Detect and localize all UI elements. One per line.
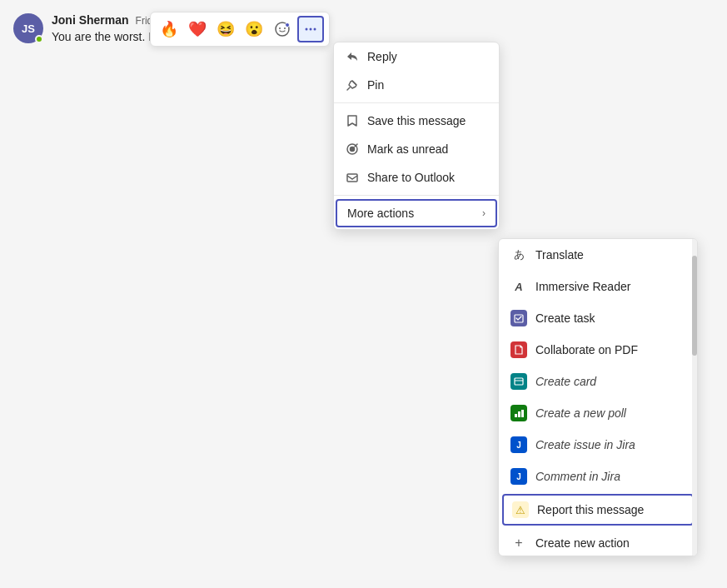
immersive-reader-label: Immersive Reader [535, 280, 630, 293]
collaborate-pdf-icon [510, 341, 527, 358]
create-action-label: Create new action [535, 536, 630, 550]
share-outlook-icon [346, 171, 359, 184]
immersive-reader-icon: A [510, 278, 527, 295]
create-task-label: Create task [535, 311, 595, 325]
pin-label: Pin [367, 78, 384, 92]
reply-label: Reply [367, 50, 397, 63]
menu-divider-2 [334, 195, 499, 196]
svg-point-6 [310, 28, 312, 31]
submenu-item-create-card[interactable]: Create card [499, 366, 697, 397]
emoji-fire-btn[interactable]: 🔥 [156, 16, 182, 42]
mark-unread-label: Mark as unread [367, 142, 448, 156]
sender-name: Joni Sherman [52, 13, 129, 27]
jira-comment-label: Comment in Jira [535, 470, 620, 483]
pin-icon [346, 78, 359, 92]
create-card-label: Create card [535, 375, 596, 388]
emoji-custom-btn[interactable]: + [269, 16, 296, 42]
svg-point-11 [351, 147, 355, 152]
svg-point-2 [284, 27, 286, 29]
menu-divider-1 [334, 102, 499, 103]
submenu-item-comment-jira[interactable]: J Comment in Jira [499, 461, 697, 492]
jira-issue-icon: J [510, 436, 527, 453]
more-reactions-btn[interactable] [297, 16, 324, 42]
svg-rect-17 [515, 414, 517, 417]
scrollbar-thumb[interactable] [692, 256, 697, 356]
create-poll-icon [510, 405, 527, 421]
translate-label: Translate [535, 248, 584, 262]
submenu-item-translate[interactable]: あ Translate [499, 239, 697, 271]
menu-item-pin[interactable]: Pin [334, 71, 499, 99]
submenu-item-create-jira-issue[interactable]: J Create issue in Jira [499, 429, 697, 461]
svg-point-1 [279, 27, 281, 29]
more-actions-label: More actions [347, 207, 414, 220]
menu-item-share-outlook[interactable]: Share to Outlook [334, 163, 499, 192]
mark-unread-icon [346, 142, 359, 156]
submenu: あ Translate A Immersive Reader Create ta… [498, 238, 698, 556]
svg-point-7 [314, 28, 316, 31]
svg-text:+: + [286, 24, 287, 27]
save-icon [346, 114, 359, 127]
more-actions-arrow: › [482, 207, 485, 219]
submenu-item-immersive-reader[interactable]: A Immersive Reader [499, 271, 697, 302]
report-label: Report this message [537, 503, 644, 516]
reply-icon [346, 50, 359, 63]
emoji-heart-btn[interactable]: ❤️ [184, 16, 211, 42]
submenu-item-create-task[interactable]: Create task [499, 302, 697, 334]
collaborate-pdf-label: Collaborate on PDF [535, 343, 638, 356]
submenu-item-create-poll[interactable]: Create a new poll [499, 397, 697, 429]
avatar: JS [13, 13, 43, 43]
report-icon: ⚠ [512, 501, 529, 518]
svg-line-8 [347, 87, 350, 90]
emoji-reaction-bar: 🔥 ❤️ 😆 😮 + [150, 12, 330, 47]
svg-rect-13 [347, 174, 357, 182]
online-status-indicator [35, 35, 43, 43]
jira-comment-icon: J [510, 468, 527, 485]
submenu-item-create-action[interactable]: + Create new action [499, 527, 697, 556]
svg-rect-18 [518, 411, 520, 417]
menu-item-save[interactable]: Save this message [334, 107, 499, 135]
emoji-laugh-btn[interactable]: 😆 [212, 16, 239, 42]
translate-icon: あ [510, 247, 527, 263]
svg-point-5 [306, 28, 308, 31]
message-row: JS Joni Sherman Frid You are the worst. … [13, 13, 714, 43]
create-task-icon [510, 310, 527, 326]
context-menu: Reply Pin Save this message [333, 42, 500, 230]
save-label: Save this message [367, 114, 466, 127]
submenu-scroll[interactable]: あ Translate A Immersive Reader Create ta… [499, 239, 697, 556]
emoji-surprised-btn[interactable]: 😮 [241, 16, 267, 42]
share-outlook-label: Share to Outlook [367, 171, 455, 184]
submenu-item-report-message[interactable]: ⚠ Report this message [502, 494, 694, 526]
menu-item-more-actions[interactable]: More actions › [336, 199, 497, 227]
menu-item-reply[interactable]: Reply [334, 42, 499, 71]
menu-item-mark-unread[interactable]: Mark as unread [334, 135, 499, 163]
create-action-icon: + [510, 535, 527, 551]
svg-rect-19 [521, 410, 524, 417]
scrollbar-track [692, 239, 697, 556]
create-card-icon [510, 373, 527, 390]
create-poll-label: Create a new poll [535, 406, 626, 420]
jira-issue-label: Create issue in Jira [535, 438, 635, 451]
svg-rect-15 [515, 378, 523, 385]
svg-line-9 [352, 81, 356, 85]
submenu-item-collaborate-pdf[interactable]: Collaborate on PDF [499, 334, 697, 366]
chat-area: JS Joni Sherman Frid You are the worst. … [0, 0, 727, 588]
